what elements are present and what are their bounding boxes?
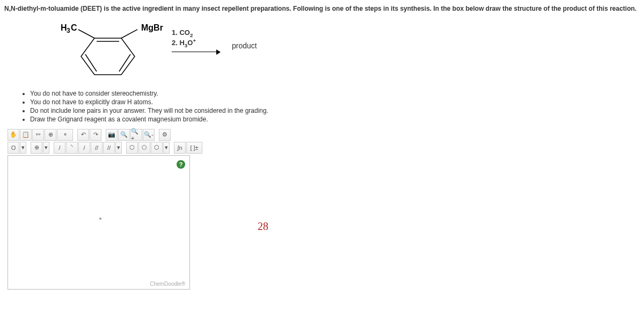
reaction-scheme: H 3 C MgBr 1. CO2 2. H3O+ product <box>58 20 640 79</box>
toolbar-row-2: O ▾ ⊕ ▾ / ⸌ / // // ▾ ⬡ ⬠ ⬡ ▾ ∫n [ ]± <box>8 141 202 154</box>
drawing-canvas[interactable]: ? ChemDoodle® <box>8 155 190 290</box>
instruction-item: You do not have to consider stereochemis… <box>30 90 640 97</box>
charge-tool[interactable]: ⊕ <box>45 129 56 141</box>
reaction-conditions: 1. CO2 2. H3O+ <box>172 20 220 53</box>
help-icon[interactable]: ? <box>177 160 185 169</box>
draw-tool[interactable]: ✏ <box>32 129 44 141</box>
dropdown-icon[interactable]: ▾ <box>43 142 49 154</box>
starting-material: H 3 C MgBr <box>58 20 165 79</box>
svg-line-3 <box>121 30 137 38</box>
svg-text:C: C <box>71 23 77 32</box>
benzene-ring[interactable]: ⬡ <box>151 142 163 154</box>
svg-text:3: 3 <box>67 27 70 34</box>
camera-tool[interactable]: 📷 <box>106 129 118 141</box>
zoom-out-tool[interactable]: 🔍- <box>143 129 155 141</box>
structure-tool[interactable]: ⚬ <box>57 129 73 141</box>
settings-tool[interactable]: ⚙ <box>159 129 171 141</box>
canvas-center-dot <box>99 218 101 220</box>
handwritten-annotation: 28 <box>258 220 268 233</box>
svg-line-2 <box>78 30 94 38</box>
double-bond[interactable]: // <box>91 142 103 154</box>
hand-tool[interactable]: ✋ <box>8 129 19 141</box>
question-header: N,N-diethyl-m-toluamide (DEET) is the ac… <box>4 4 640 13</box>
single-bond[interactable]: / <box>54 142 65 154</box>
chemdoodle-watermark: ChemDoodle® <box>150 281 185 287</box>
dropdown-icon[interactable]: ▾ <box>20 142 26 154</box>
pentagon-ring[interactable]: ⬠ <box>138 142 150 154</box>
reaction-arrow <box>172 52 220 52</box>
condition-step1: 1. CO2 <box>172 28 220 38</box>
instructions-list: You do not have to consider stereochemis… <box>20 90 640 123</box>
svg-marker-4 <box>81 38 135 75</box>
wedge-bond[interactable]: ⸌ <box>66 142 78 154</box>
bond-tool[interactable]: / <box>78 142 90 154</box>
element-o[interactable]: O <box>8 142 19 154</box>
toolbar-row-1: ✋ 📋 ✏ ⊕ ⚬ ↶ ↷ 📷 🔍 🔍+ 🔍- ⚙ <box>8 128 202 141</box>
paste-tool[interactable]: 📋 <box>20 129 32 141</box>
hexagon-ring[interactable]: ⬡ <box>126 142 138 154</box>
undo-tool[interactable]: ↶ <box>77 129 89 141</box>
instruction-item: Draw the Grignard reagent as a covalent … <box>30 116 640 123</box>
instruction-item: You do not have to explicitly draw H ato… <box>30 98 640 106</box>
instruction-item: Do not include lone pairs in your answer… <box>30 107 640 114</box>
triple-bond[interactable]: // <box>103 142 115 154</box>
zoom-tool[interactable]: 🔍 <box>118 129 130 141</box>
condition-step2: 2. H3O+ <box>172 38 220 48</box>
plus-charge[interactable]: ⊕ <box>31 142 42 154</box>
dropdown-icon[interactable]: ▾ <box>115 142 122 154</box>
integral-tool[interactable]: ∫n <box>174 142 186 154</box>
svg-line-6 <box>119 54 130 71</box>
redo-tool[interactable]: ↷ <box>90 129 101 141</box>
product-label: product <box>232 41 257 50</box>
drawing-toolbar: ✋ 📋 ✏ ⊕ ⚬ ↶ ↷ 📷 🔍 🔍+ 🔍- ⚙ O ▾ ⊕ ▾ / ⸌ / … <box>8 128 202 290</box>
mgbr-label: MgBr <box>141 23 163 32</box>
zoom-in-tool[interactable]: 🔍+ <box>130 129 142 141</box>
dropdown-icon[interactable]: ▾ <box>163 142 170 154</box>
svg-line-7 <box>85 54 97 71</box>
bracket-tool[interactable]: [ ]± <box>186 142 202 154</box>
methyl-label: H <box>61 23 67 32</box>
